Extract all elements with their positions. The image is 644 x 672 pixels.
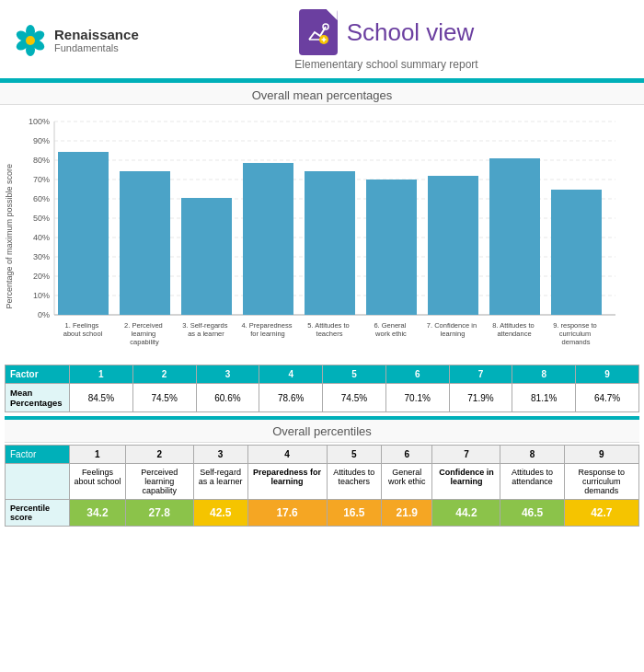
score-5: 16.5 bbox=[327, 500, 382, 527]
svg-text:9. response to
        curricu: 9. response to curriculum demands bbox=[553, 321, 599, 346]
logo-sub: Fundamentals bbox=[54, 42, 139, 53]
bar-chart: 0% 10% 20% 30% 40% 50% 60% 70% 80% 90% 1… bbox=[17, 112, 625, 361]
svg-text:20%: 20% bbox=[33, 272, 50, 281]
percentile-section: Overall percentiles Factor 1 2 3 4 5 6 7… bbox=[0, 420, 644, 531]
col-5-header: 5 bbox=[323, 365, 386, 384]
svg-text:7. Confidence in
        learn: 7. Confidence in learning bbox=[427, 321, 478, 338]
p-col-7: 7 bbox=[432, 446, 500, 464]
bar-2 bbox=[120, 171, 170, 315]
svg-text:80%: 80% bbox=[33, 156, 50, 165]
bar-5 bbox=[305, 171, 355, 315]
score-2: 27.8 bbox=[125, 500, 193, 527]
score-3: 42.5 bbox=[193, 500, 247, 527]
header-center: School view Elemenentary school summary … bbox=[143, 9, 630, 71]
score-4: 17.6 bbox=[247, 500, 327, 527]
header: Renaissance Fundamentals School view bbox=[0, 0, 644, 78]
logo-title: Renaissance bbox=[54, 27, 139, 42]
svg-text:50%: 50% bbox=[33, 214, 50, 223]
score-7: 44.2 bbox=[432, 500, 500, 527]
svg-text:10%: 10% bbox=[33, 291, 50, 300]
page-title: School view bbox=[347, 18, 475, 47]
col-4-header: 4 bbox=[259, 365, 323, 384]
chart-title: Overall mean percentages bbox=[0, 83, 644, 105]
bar-3 bbox=[181, 198, 232, 315]
p-col-9: 9 bbox=[564, 446, 638, 464]
val-1: 84.5% bbox=[70, 384, 133, 412]
percentile-num-row: Factor 1 2 3 4 5 6 7 8 9 bbox=[6, 446, 639, 464]
val-6: 70.1% bbox=[385, 384, 449, 412]
score-6: 21.9 bbox=[382, 500, 432, 527]
factor-header: Factor bbox=[6, 365, 70, 384]
p-col-8: 8 bbox=[500, 446, 564, 464]
bar-1 bbox=[58, 152, 109, 315]
col-6-header: 6 bbox=[385, 365, 449, 384]
bar-6 bbox=[366, 180, 417, 315]
percentile-factor-names-row: Feelings about school Perceived learning… bbox=[6, 464, 639, 500]
p-col-5: 5 bbox=[327, 446, 382, 464]
svg-text:70%: 70% bbox=[33, 175, 50, 184]
doc-icon bbox=[299, 9, 338, 55]
col-7-header: 7 bbox=[449, 365, 512, 384]
p-col-4: 4 bbox=[247, 446, 327, 464]
val-8: 81.1% bbox=[512, 384, 576, 412]
svg-text:8. Attitudes to
        attend: 8. Attitudes to attendance bbox=[492, 321, 536, 338]
mean-table-section: Factor 1 2 3 4 5 6 7 8 9 MeanPercentages… bbox=[0, 361, 644, 416]
svg-point-6 bbox=[26, 36, 35, 45]
col-9-header: 9 bbox=[576, 365, 639, 384]
svg-text:4. Preparedness
        for le: 4. Preparedness for learning bbox=[241, 321, 293, 338]
score-1: 34.2 bbox=[70, 500, 126, 527]
svg-text:2. Perceived
        learning
: 2. Perceived learning capability bbox=[124, 321, 165, 346]
logo-text: Renaissance Fundamentals bbox=[54, 27, 139, 53]
svg-text:60%: 60% bbox=[33, 194, 50, 203]
svg-text:40%: 40% bbox=[33, 233, 50, 242]
val-4: 78.6% bbox=[259, 384, 323, 412]
mean-percentages-row: MeanPercentages 84.5% 74.5% 60.6% 78.6% … bbox=[6, 384, 639, 412]
score-9: 42.7 bbox=[564, 500, 638, 527]
svg-text:3. Self-regards
        as a l: 3. Self-regards as a learner bbox=[182, 321, 229, 338]
bar-4 bbox=[243, 163, 293, 315]
p-col-1: 1 bbox=[70, 446, 126, 464]
col-3-header: 3 bbox=[196, 365, 259, 384]
val-5: 74.5% bbox=[323, 384, 386, 412]
renaissance-logo-icon bbox=[14, 24, 47, 57]
bar-9 bbox=[551, 190, 602, 315]
p-col-3: 3 bbox=[193, 446, 247, 464]
mean-table: Factor 1 2 3 4 5 6 7 8 9 MeanPercentages… bbox=[5, 365, 639, 412]
page-subtitle: Elemenentary school summary report bbox=[294, 58, 477, 71]
val-2: 74.5% bbox=[132, 384, 196, 412]
chart-icon bbox=[305, 19, 331, 45]
p-col-2: 2 bbox=[125, 446, 193, 464]
chart-section: Overall mean percentages Percentage of m… bbox=[0, 83, 644, 361]
fn-7: Confidence in learning bbox=[432, 464, 500, 500]
factor-col-label: Factor bbox=[6, 446, 70, 464]
val-9: 64.7% bbox=[576, 384, 639, 412]
col-8-header: 8 bbox=[512, 365, 576, 384]
svg-text:5. Attitudes to
        teache: 5. Attitudes to teachers bbox=[307, 321, 351, 338]
percentile-table: Factor 1 2 3 4 5 6 7 8 9 Feelings about … bbox=[5, 445, 639, 527]
svg-text:90%: 90% bbox=[33, 136, 50, 145]
val-3: 60.6% bbox=[196, 384, 259, 412]
fn-5: Attitudes to teachers bbox=[327, 464, 382, 500]
fn-8: Attitudes to attendance bbox=[500, 464, 564, 500]
bar-8 bbox=[489, 158, 540, 315]
fn-3: Self-regard as a learner bbox=[193, 464, 247, 500]
logo-area: Renaissance Fundamentals bbox=[14, 24, 143, 57]
percentile-score-row: Percentile score 34.2 27.8 42.5 17.6 16.… bbox=[6, 500, 639, 527]
fn-9: Response to curriculum demands bbox=[564, 464, 638, 500]
fn-1: Feelings about school bbox=[70, 464, 126, 500]
mean-pct-label: MeanPercentages bbox=[6, 384, 70, 412]
fn-2: Perceived learning capability bbox=[125, 464, 193, 500]
table-header-row: Factor 1 2 3 4 5 6 7 8 9 bbox=[6, 365, 639, 384]
score-8: 46.5 bbox=[500, 500, 564, 527]
fn-6: General work ethic bbox=[382, 464, 432, 500]
svg-text:100%: 100% bbox=[29, 117, 50, 126]
percentile-title: Overall percentiles bbox=[5, 420, 639, 443]
col-2-header: 2 bbox=[132, 365, 196, 384]
col-1-header: 1 bbox=[70, 365, 133, 384]
svg-text:6. General
        work ethic: 6. General work ethic bbox=[374, 321, 408, 338]
chart-container: Percentage of maximum possible score 0% … bbox=[0, 105, 644, 361]
bar-7 bbox=[428, 176, 478, 315]
val-7: 71.9% bbox=[449, 384, 512, 412]
fn-4: Preparedness for learning bbox=[247, 464, 327, 500]
svg-text:0%: 0% bbox=[38, 310, 50, 319]
